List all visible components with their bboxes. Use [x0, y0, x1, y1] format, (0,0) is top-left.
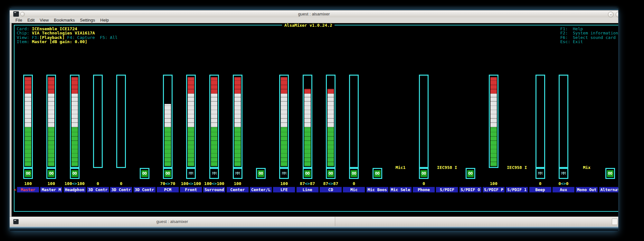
volume-bar-surround-8[interactable] [209, 75, 219, 168]
mute-switch-pcm-6[interactable]: OO [163, 168, 173, 179]
mute-switch-alternat-25[interactable]: OO [605, 168, 615, 179]
mute-switch-center-9[interactable]: MM [233, 168, 242, 179]
mute-switch-phone-17[interactable]: OO [419, 168, 429, 179]
volume-bar-headphon-2[interactable] [70, 75, 80, 168]
tab-list-button[interactable] [612, 218, 618, 225]
value-number: 100 [204, 181, 212, 186]
menu-item-bookmarks[interactable]: Bookmarks [51, 18, 77, 23]
volume-bar-mic-14[interactable] [349, 75, 359, 168]
value-number: 100 [48, 181, 55, 186]
mute-switch-surround-8[interactable]: MM [209, 168, 219, 179]
channel-label-mono-out-24[interactable]: Mono Out [576, 187, 598, 192]
mute-switch-lfe-11[interactable]: MM [279, 168, 289, 179]
channel-label-3d-contr-3[interactable]: 3D Contr [87, 187, 109, 192]
mute-switch-master-0[interactable]: OO [23, 168, 33, 179]
volume-bar-3d-contr-4[interactable] [116, 75, 126, 168]
bar-zone-green [165, 127, 171, 166]
channel-label-cd-13[interactable]: CD [320, 187, 342, 192]
mute-switch-s-pdif-o-19[interactable]: OO [466, 168, 475, 179]
channel-label-3d-contr-4[interactable]: 3D Contr [110, 187, 132, 192]
volume-bar-s-pdif-p-20[interactable] [489, 75, 498, 168]
mute-switch-aux-23[interactable]: MM [559, 168, 568, 179]
bar-zone-green [48, 127, 54, 166]
volume-bar-lfe-11[interactable] [279, 75, 289, 168]
channel-label-line-12[interactable]: Line [297, 187, 318, 192]
menu-item-view[interactable]: View [37, 18, 51, 23]
volume-bar-beep-22[interactable] [535, 75, 545, 168]
channel-label-beep-22[interactable]: Beep [529, 187, 551, 192]
channel-label-lfe-11[interactable]: LFE [273, 187, 295, 192]
menu-item-file[interactable]: File [13, 18, 25, 23]
channel-label-mic-sele-16[interactable]: Mic Sele [390, 187, 412, 192]
selection-marker-left: < [13, 187, 17, 192]
mute-switch-headphon-2[interactable]: OO [70, 168, 80, 179]
shade-button[interactable]: ⌄ [608, 12, 614, 17]
bar-zone-green [281, 127, 287, 166]
bar-zone-red [281, 77, 287, 94]
switch-state: OO [607, 170, 613, 177]
mute-switch-front-7[interactable]: MM [186, 168, 196, 179]
titlebar[interactable]: guest : alsamixer ⌄ [10, 10, 618, 17]
enum-value-mic-sele-16: Mic1 [381, 165, 420, 170]
value-number: 100 [24, 181, 32, 186]
channel-value-phone-17: 0 [408, 181, 439, 186]
volume-bar-phone-17[interactable] [419, 75, 429, 168]
channel-label-s-pdif-o-19[interactable]: S/PDIF O [459, 187, 481, 192]
channel-label-center-9[interactable]: Center [227, 187, 249, 192]
menu-item-help[interactable]: Help [98, 18, 111, 23]
mute-switch-beep-22[interactable]: MM [535, 168, 545, 179]
close-button[interactable] [616, 12, 618, 17]
volume-bar-pcm-6[interactable] [163, 75, 173, 168]
mute-switch-3d-contr-5[interactable]: OO [140, 168, 149, 179]
volume-bar-line-12[interactable] [303, 75, 312, 168]
volume-bar-master-m-1[interactable] [46, 75, 56, 168]
bar-fill-lfe-11 [281, 77, 287, 166]
channel-label-mic-14[interactable]: Mic [343, 187, 365, 192]
mute-switch-mic-boos-15[interactable]: OO [373, 168, 382, 179]
switch-state: OO [141, 170, 148, 177]
menu-item-settings[interactable]: Settings [77, 18, 98, 23]
value-number: 70 [160, 181, 165, 186]
channel-label-alternat-25[interactable]: Alternat [599, 187, 619, 192]
channel-label-aux-23[interactable]: Aux [553, 187, 574, 192]
volume-bar-cd-13[interactable] [326, 75, 336, 168]
volume-bar-master-0[interactable] [23, 75, 33, 168]
value-number: 0 [422, 181, 425, 186]
value-number: 100 [181, 181, 188, 186]
window-title: guest : alsamixer [10, 12, 618, 16]
bar-zone-white [281, 94, 287, 127]
channel-label-pcm-6[interactable]: PCM [157, 187, 179, 192]
bar-zone-white [234, 94, 241, 127]
volume-bar-3d-contr-3[interactable] [93, 75, 103, 168]
session-tab[interactable]: guest : alsamixer [10, 217, 335, 226]
channel-label-center-l-10[interactable]: Center/L [250, 187, 272, 192]
channel-label-surround-8[interactable]: Surround [203, 187, 225, 192]
channel-value-mic-14: 0 [338, 181, 369, 186]
switch-state: OO [165, 170, 171, 177]
value-number: 0 [558, 181, 561, 186]
channel-label-master-m-1[interactable]: Master M [40, 187, 62, 192]
channel-label-s-pdif-p-20[interactable]: S/PDIF P [483, 187, 505, 192]
channel-label-s-pdif-18[interactable]: S/PDIF [436, 187, 458, 192]
menu-item-edit[interactable]: Edit [25, 18, 37, 23]
channel-label-s-pdif-1-21[interactable]: S/PDIF 1 [506, 187, 528, 192]
mute-switch-line-12[interactable]: OO [303, 168, 312, 179]
channel-label-master-0[interactable]: Master [17, 187, 39, 192]
mute-switch-master-m-1[interactable]: OO [46, 168, 56, 179]
channel-label-3d-contr-5[interactable]: 3D Contr [134, 187, 156, 192]
mute-switch-center-l-10[interactable]: OO [256, 168, 266, 179]
value-number: 0 [539, 181, 542, 186]
channel-label-headphon-2[interactable]: Headphon [64, 187, 86, 192]
volume-bar-center-9[interactable] [233, 75, 242, 168]
mute-switch-mic-14[interactable]: OO [349, 168, 359, 179]
volume-bar-front-7[interactable] [186, 75, 196, 168]
bar-zone-red [490, 77, 497, 94]
bar-fill-master-m-1 [48, 77, 54, 166]
channel-label-mic-boos-15[interactable]: Mic Boos [366, 187, 388, 192]
channel-label-front-7[interactable]: Front [180, 187, 202, 192]
channel-label-phone-17[interactable]: Phone [413, 187, 435, 192]
volume-bar-aux-23[interactable] [559, 75, 568, 168]
value-number: 0 [97, 181, 99, 186]
mute-switch-cd-13[interactable]: OO [326, 168, 336, 179]
bar-zone-red [327, 89, 334, 94]
